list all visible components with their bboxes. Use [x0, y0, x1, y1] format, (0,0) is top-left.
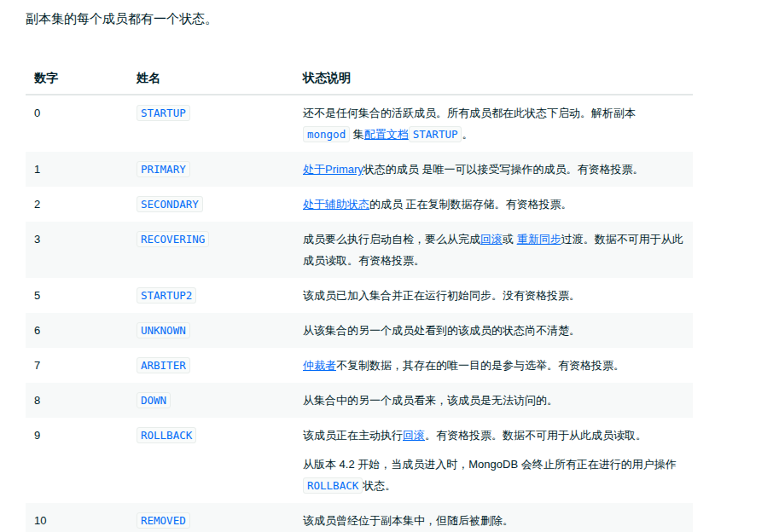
state-number-cell: 9	[26, 418, 128, 503]
member-states-table: 数字 姓名 状态说明 0 STARTUP 还不是任何集合的活跃成员。所有成员都在…	[26, 65, 693, 532]
state-number-cell: 6	[26, 313, 128, 348]
description-paragraph: 仲裁者不复制数据，其存在的唯一目的是参与选举。有资格投票。	[303, 355, 684, 376]
description-paragraph: 该成员正在主动执行回滚。有资格投票。数据不可用于从此成员读取。	[303, 425, 684, 446]
state-number-cell: 0	[26, 95, 128, 152]
description-paragraph: 从集合中的另一个成员看来，该成员是无法访问的。	[303, 390, 684, 411]
inline-text-link[interactable]: 处于Primary	[303, 163, 363, 176]
state-name-link[interactable]: RECOVERING	[137, 231, 209, 247]
table-row: 0 STARTUP 还不是任何集合的活跃成员。所有成员都在此状态下启动。解析副本…	[26, 95, 693, 152]
inline-code-link[interactable]: mongod	[303, 126, 350, 142]
column-header-name: 姓名	[128, 65, 294, 95]
state-name-link[interactable]: STARTUP2	[137, 287, 196, 304]
state-name-link[interactable]: PRIMARY	[137, 161, 190, 177]
state-name-cell: PRIMARY	[128, 152, 294, 187]
state-number-cell: 2	[26, 187, 128, 222]
table-row: 2 SECONDARY 处于辅助状态的成员 正在复制数据存储。有资格投票。	[26, 187, 693, 222]
state-name-cell: RECOVERING	[128, 222, 294, 278]
inline-code-link[interactable]: STARTUP	[409, 126, 462, 142]
state-name-link[interactable]: REMOVED	[137, 512, 190, 529]
description-paragraph: 从该集合的另一个成员处看到的该成员的状态尚不清楚。	[303, 320, 684, 341]
state-description-cell: 处于Primary状态的成员 是唯一可以接受写操作的成员。有资格投票。	[294, 152, 693, 187]
state-description-cell: 成员要么执行启动自检，要么从完成回滚或 重新同步过渡。数据不可用于从此成员读取。…	[294, 222, 693, 278]
description-paragraph: 从版本 4.2 开始，当成员进入时，MongoDB 会终止所有正在进行的用户操作…	[303, 454, 684, 496]
inline-code-link[interactable]: ROLLBACK	[303, 477, 363, 494]
table-row: 6 UNKNOWN 从该集合的另一个成员处看到的该成员的状态尚不清楚。	[26, 313, 693, 348]
column-header-description: 状态说明	[294, 65, 693, 95]
state-name-cell: STARTUP	[128, 95, 294, 152]
description-paragraph: 该成员已加入集合并正在运行初始同步。没有资格投票。	[303, 285, 684, 306]
table-row: 5 STARTUP2 该成员已加入集合并正在运行初始同步。没有资格投票。	[26, 278, 693, 313]
state-name-link[interactable]: STARTUP	[137, 105, 190, 121]
state-description-cell: 该成员已加入集合并正在运行初始同步。没有资格投票。	[294, 278, 693, 313]
table-body: 0 STARTUP 还不是任何集合的活跃成员。所有成员都在此状态下启动。解析副本…	[26, 95, 693, 532]
state-name-cell: DOWN	[128, 383, 294, 418]
description-paragraph: 处于Primary状态的成员 是唯一可以接受写操作的成员。有资格投票。	[303, 159, 684, 180]
description-paragraph: 还不是任何集合的活跃成员。所有成员都在此状态下启动。解析副本 mongod 集配…	[303, 102, 684, 145]
table-header: 数字 姓名 状态说明	[26, 65, 693, 95]
inline-text-link[interactable]: 回滚	[480, 233, 503, 246]
state-name-cell: REMOVED	[128, 503, 294, 532]
inline-text-link[interactable]: 回滚	[403, 429, 425, 442]
state-description-cell: 还不是任何集合的活跃成员。所有成员都在此状态下启动。解析副本 mongod 集配…	[294, 95, 693, 152]
state-description-cell: 仲裁者不复制数据，其存在的唯一目的是参与选举。有资格投票。	[294, 348, 693, 383]
inline-text-link[interactable]: 仲裁者	[303, 359, 336, 372]
description-paragraph: 成员要么执行启动自检，要么从完成回滚或 重新同步过渡。数据不可用于从此成员读取。…	[303, 228, 684, 271]
table-row: 7 ARBITER 仲裁者不复制数据，其存在的唯一目的是参与选举。有资格投票。	[26, 348, 693, 383]
state-description-cell: 从该集合的另一个成员处看到的该成员的状态尚不清楚。	[294, 313, 693, 348]
description-paragraph: 处于辅助状态的成员 正在复制数据存储。有资格投票。	[303, 194, 684, 215]
table-row: 10 REMOVED 该成员曾经位于副本集中，但随后被删除。	[26, 503, 693, 532]
state-name-cell: STARTUP2	[128, 278, 294, 313]
state-name-link[interactable]: UNKNOWN	[137, 322, 190, 338]
table-row: 3 RECOVERING 成员要么执行启动自检，要么从完成回滚或 重新同步过渡。…	[26, 222, 693, 278]
state-number-cell: 10	[26, 503, 128, 532]
state-number-cell: 8	[26, 383, 128, 418]
table-header-row: 数字 姓名 状态说明	[26, 65, 693, 95]
state-description-cell: 该成员曾经位于副本集中，但随后被删除。	[294, 503, 693, 532]
inline-text-link[interactable]: 处于辅助状态	[303, 198, 369, 211]
state-number-cell: 7	[26, 348, 128, 383]
state-description-cell: 该成员正在主动执行回滚。有资格投票。数据不可用于从此成员读取。从版本 4.2 开…	[294, 418, 693, 503]
state-name-link[interactable]: ROLLBACK	[137, 427, 196, 443]
inline-text-link[interactable]: 重新同步	[517, 233, 561, 246]
inline-text-link[interactable]: 配置文档	[364, 128, 409, 141]
state-name-cell: SECONDARY	[128, 187, 294, 222]
intro-paragraph: 副本集的每个成员都有一个状态。	[26, 11, 693, 26]
table-row: 9 ROLLBACK 该成员正在主动执行回滚。有资格投票。数据不可用于从此成员读…	[26, 418, 693, 503]
state-number-cell: 5	[26, 278, 128, 313]
state-description-cell: 处于辅助状态的成员 正在复制数据存储。有资格投票。	[294, 187, 693, 222]
state-number-cell: 3	[26, 222, 128, 278]
state-name-cell: ROLLBACK	[128, 418, 294, 503]
description-paragraph: 该成员曾经位于副本集中，但随后被删除。	[303, 510, 684, 531]
state-name-cell: ARBITER	[128, 348, 294, 383]
state-description-cell: 从集合中的另一个成员看来，该成员是无法访问的。	[294, 383, 693, 418]
state-number-cell: 1	[26, 152, 128, 187]
state-name-link[interactable]: DOWN	[137, 392, 171, 408]
state-name-link[interactable]: SECONDARY	[137, 196, 203, 212]
column-header-number: 数字	[26, 65, 128, 95]
state-name-cell: UNKNOWN	[128, 313, 294, 348]
document-page: 副本集的每个成员都有一个状态。 数字 姓名 状态说明 0 STARTUP 还不是…	[0, 0, 693, 532]
table-row: 1 PRIMARY 处于Primary状态的成员 是唯一可以接受写操作的成员。有…	[26, 152, 693, 187]
state-name-link[interactable]: ARBITER	[137, 357, 190, 373]
table-row: 8 DOWN 从集合中的另一个成员看来，该成员是无法访问的。	[26, 383, 693, 418]
